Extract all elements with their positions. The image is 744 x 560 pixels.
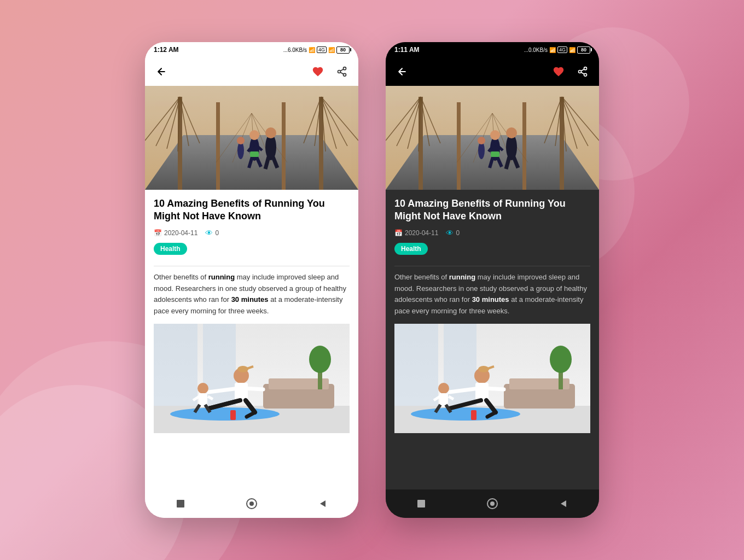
svg-point-99 [506,127,517,138]
meta-row-dark: 📅 2020-04-11 👁 0 [394,229,590,237]
svg-rect-133 [471,410,476,420]
back-button-light[interactable] [154,64,169,79]
status-bar-light: 1:12 AM ...6.0KB/s 📶 4G 📶 80 [145,42,358,57]
date-meta-dark: 📅 2020-04-11 [394,229,438,237]
app-bar-light [145,57,358,86]
favorite-button-light[interactable] [310,64,326,79]
svg-line-124 [485,388,504,389]
views-meta-light: 👁 0 [205,229,219,237]
article-text-light: Other benefits of running may include im… [154,272,350,317]
app-bar-dark [386,57,599,86]
date-text-light: 2020-04-11 [164,229,197,237]
nav-square-light[interactable] [171,494,190,514]
divider-dark [394,266,590,266]
svg-rect-111 [394,324,438,406]
nav-bar-dark [386,489,599,518]
svg-point-31 [237,137,245,144]
app-bar-actions-dark [551,64,590,79]
svg-point-2 [344,73,346,76]
signal-text-light: ...6.0KB/s [283,47,307,53]
svg-point-1 [338,71,341,73]
svg-rect-108 [491,151,499,157]
bold-running-dark: running [449,273,475,281]
svg-point-47 [170,407,280,421]
date-meta-light: 📅 2020-04-11 [154,229,197,237]
svg-point-117 [411,407,520,421]
svg-point-71 [579,71,582,73]
svg-point-101 [478,137,485,144]
wifi-icon-dark: 📶 [569,47,576,53]
phone-light: 1:12 AM ...6.0KB/s 📶 4G 📶 80 [145,42,358,518]
svg-point-72 [584,73,587,76]
svg-point-97 [490,130,500,140]
status-icons-dark: ...0.0KB/s 📶 4G 📶 80 [524,46,590,54]
svg-rect-6 [216,102,220,190]
calendar-icon-light: 📅 [154,229,162,237]
share-button-dark[interactable] [575,64,590,79]
article-title-dark: 10 Amazing Benefits of Running You Might… [394,197,590,223]
status-icons-light: ...6.0KB/s 📶 4G 📶 80 [283,46,350,54]
views-text-light: 0 [215,229,219,237]
wifi-icon-light: 📶 [328,47,335,53]
eye-icon-light: 👁 [205,229,213,237]
nav-circle-dark[interactable] [483,494,502,514]
divider-light [154,266,350,266]
svg-rect-76 [457,102,461,190]
tag-light[interactable]: Health [154,243,187,255]
svg-marker-69 [320,500,326,507]
svg-point-116 [550,346,572,373]
yoga-image-dark [394,324,590,433]
4g-icon-dark: 4G [557,46,567,53]
article-text-dark: Other benefits of running may include im… [394,272,590,317]
app-bar-actions-light [310,64,350,79]
svg-rect-66 [177,500,184,508]
date-text-dark: 2020-04-11 [405,229,438,237]
nav-circle-light[interactable] [242,494,261,514]
phone-dark: 1:11 AM ...0.0KB/s 📶 4G 📶 80 [386,42,599,518]
hero-image-light [145,86,358,190]
battery-dark: 80 [577,46,590,54]
svg-rect-65 [230,410,236,420]
article-body-light: 10 Amazing Benefits of Running You Might… [145,190,358,441]
share-button-light[interactable] [334,64,350,79]
hero-image-dark [386,86,599,190]
nav-bar-light [145,489,358,518]
svg-point-70 [584,67,587,70]
views-meta-dark: 👁 0 [446,229,460,237]
back-button-dark[interactable] [394,64,410,79]
tag-dark[interactable]: Health [394,243,428,255]
status-time-dark: 1:11 AM [394,46,420,54]
phones-container: 1:12 AM ...6.0KB/s 📶 4G 📶 80 [145,42,599,518]
svg-point-127 [438,383,449,394]
svg-point-136 [490,501,495,506]
article-body-dark: 10 Amazing Benefits of Running You Might… [386,190,599,441]
bold-30min-dark: 30 minutes [472,295,509,304]
svg-point-59 [197,383,208,394]
nav-square-dark[interactable] [411,494,431,514]
favorite-button-dark[interactable] [551,64,566,79]
4g-icon-light: 4G [317,46,327,53]
nav-back-dark[interactable] [554,494,573,514]
nav-back-light[interactable] [313,494,333,514]
status-bar-dark: 1:11 AM ...0.0KB/s 📶 4G 📶 80 [386,42,599,57]
svg-rect-14 [282,102,286,190]
bold-running-light: running [208,273,235,281]
status-time-light: 1:12 AM [154,46,179,54]
calendar-icon-dark: 📅 [394,229,403,237]
svg-point-68 [249,501,254,506]
content-light: 10 Amazing Benefits of Running You Might… [145,86,358,489]
signal-text-dark: ...0.0KB/s [524,47,548,53]
article-title-light: 10 Amazing Benefits of Running You Might… [154,197,350,223]
views-text-dark: 0 [456,229,460,237]
svg-rect-41 [154,324,197,406]
svg-point-0 [344,67,346,70]
svg-rect-38 [250,151,259,157]
meta-row-light: 📅 2020-04-11 👁 0 [154,229,350,237]
svg-point-29 [265,127,276,138]
content-dark: 10 Amazing Benefits of Running You Might… [386,86,599,489]
yoga-image-light [154,324,350,433]
svg-point-46 [309,346,331,373]
bold-30min-light: 30 minutes [231,295,269,304]
svg-marker-137 [561,500,566,507]
svg-rect-84 [522,102,526,190]
